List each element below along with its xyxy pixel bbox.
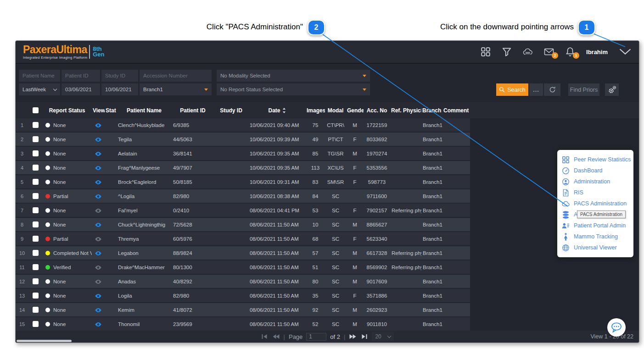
row-checkbox[interactable] [33,136,39,142]
column-header-viewed[interactable]: Viewed [92,107,105,114]
row-checkbox[interactable] [33,165,39,171]
row-checkbox[interactable] [33,193,39,199]
column-header-comment[interactable]: Comment [442,107,470,114]
table-row[interactable]: 8NoneChuck^Lightningthig72/562808/06/202… [16,218,470,231]
table-row[interactable]: 1NoneClench^Huskyblade6/938510/06/2021 0… [16,118,470,132]
table-row[interactable]: 13NoneLogila82/98008/06/2021 11:50 AM35S… [16,289,470,302]
select-all-checkbox[interactable] [33,107,39,113]
date-preset-select[interactable]: LastWeek [19,83,60,95]
sort-icon[interactable] [282,108,286,113]
column-header-report-status[interactable]: Report Status [42,107,92,114]
table-row[interactable]: 3NoneAelatain36/814110/06/2021 09:35 AM8… [16,147,470,160]
viewed-eye-icon[interactable] [92,207,105,213]
column-header-ref-physician[interactable]: Ref. Physician [390,107,421,114]
column-header-patient-id[interactable]: Patient ID [172,107,214,114]
column-header-modal[interactable]: Modal [325,107,346,114]
patient-id-input[interactable] [62,70,100,82]
bell-icon[interactable]: 1 [565,47,575,57]
mail-icon[interactable]: 2 [544,47,554,57]
row-checkbox[interactable] [33,207,39,213]
more-options-button[interactable]: ... [529,83,543,96]
apps-icon[interactable] [481,47,491,57]
first-page-icon[interactable] [261,334,269,339]
column-header-branch[interactable]: Branch [421,107,442,114]
study-id-input[interactable] [101,70,138,82]
row-checkbox[interactable] [33,221,39,227]
horizontal-scrollbar-thumb[interactable] [17,340,72,342]
table-row[interactable]: 2NoneTegila44/506310/06/2021 09:39 AM49P… [16,133,470,146]
last-page-icon[interactable] [360,334,368,339]
row-checkbox[interactable] [33,264,39,270]
viewed-eye-icon[interactable] [92,150,105,156]
chat-button[interactable] [607,318,626,337]
menu-item-administration[interactable]: Administration [557,176,633,187]
table-row[interactable]: 4NoneFrag^Manlygeese49/790710/06/2021 09… [16,161,470,174]
column-header-date[interactable]: Date [248,107,306,114]
modality-select[interactable]: No Modality Selected [217,70,370,82]
viewed-eye-icon[interactable] [92,179,105,184]
menu-item-ris[interactable]: RIS [557,187,633,198]
row-checkbox[interactable] [33,250,39,256]
table-row[interactable]: 5NoneBrock^Eaglelord50/818510/06/2021 09… [16,175,470,188]
column-header-stat[interactable]: Stat [105,107,117,114]
chevron-down-icon[interactable] [619,48,632,55]
patient-name-input[interactable] [19,70,60,82]
table-row[interactable]: 6Partial^Logila82/98010/06/2021 08:38 AM… [16,189,470,203]
cloud-storage-icon[interactable] [523,47,533,57]
table-row[interactable]: 9PartialThremya60/597608/06/2021 11:50 A… [16,232,470,245]
menu-item-pacs-administration[interactable]: PACS Administration [557,198,633,209]
search-button[interactable]: Search [496,83,528,96]
row-checkbox[interactable] [33,122,39,128]
accession-number-input[interactable] [140,70,212,82]
column-header-study-id[interactable]: Study ID [214,107,248,114]
row-checkbox[interactable] [33,307,39,313]
menu-item-patient-portal-admin[interactable]: Patient Portal Admin [557,220,633,231]
table-row[interactable]: 15NoneThonomil23/956908/06/2021 11:50 AM… [16,317,470,331]
page-size-select[interactable]: 20 [372,332,394,341]
report-status-select[interactable]: No Report Status Selected [217,83,370,95]
viewed-eye-icon[interactable] [92,307,105,312]
refresh-button[interactable] [544,83,560,96]
next-page-icon[interactable] [349,334,357,339]
column-header-images[interactable]: Images [306,107,325,114]
table-row[interactable]: 12NoneAnadas40/829208/06/2021 11:50 AM80… [16,275,470,288]
menu-item-dashboard[interactable]: DashBoard [557,165,633,176]
table-row[interactable]: 7NoneFal'myel0/241008/06/2021 04:41 PM53… [16,204,470,217]
username-label[interactable]: Ibrahim [586,49,608,55]
row-checkbox[interactable] [33,179,39,185]
viewed-eye-icon[interactable] [92,293,105,298]
find-priors-button[interactable]: Find Priors [568,83,599,96]
column-header-patient-name[interactable]: Patient Name [117,107,172,114]
column-header-gender[interactable]: Gender [346,107,364,114]
table-row[interactable]: 14NoneKemim41/807208/06/2021 11:50 AM92S… [16,303,470,316]
viewed-eye-icon[interactable] [92,250,105,255]
row-checkbox[interactable] [33,321,39,327]
viewed-eye-icon[interactable] [92,264,105,270]
date-to-input[interactable] [101,83,138,95]
row-checkbox[interactable] [33,278,39,284]
viewed-eye-icon[interactable] [92,321,105,326]
viewed-eye-icon[interactable] [92,136,105,142]
menu-item-universal-viewer[interactable]: Universal Viewer [557,242,633,253]
prev-page-icon[interactable] [272,334,280,339]
column-header-acc-no[interactable]: Acc. No [364,107,390,114]
viewed-eye-icon[interactable] [92,221,105,227]
branch-select[interactable]: Branch1 [140,83,212,95]
settings-gears-button[interactable] [605,83,619,96]
row-checkbox[interactable] [33,150,39,156]
table-row[interactable]: 11VerifiedDrake^MacHammer80/130008/06/20… [16,260,470,274]
viewed-eye-icon[interactable] [92,236,105,241]
viewed-eye-icon[interactable] [92,165,105,170]
viewed-eye-icon[interactable] [92,122,105,127]
menu-item-peer-review-statistics[interactable]: Peer Review Statistics [557,154,633,165]
date-from-input[interactable] [62,83,100,95]
menu-item-mammo-tracking[interactable]: Mammo Tracking [557,231,633,242]
table-row[interactable]: 10Completed Not VerifiedLegabon88/982408… [16,246,470,260]
page-number-input[interactable] [306,333,326,341]
filter-icon[interactable] [502,47,512,57]
viewed-eye-icon[interactable] [92,278,105,284]
row-checkbox[interactable] [33,293,39,299]
row-checkbox[interactable] [33,236,39,242]
viewed-eye-icon[interactable] [92,193,105,199]
chevron-down-icon [387,334,391,337]
